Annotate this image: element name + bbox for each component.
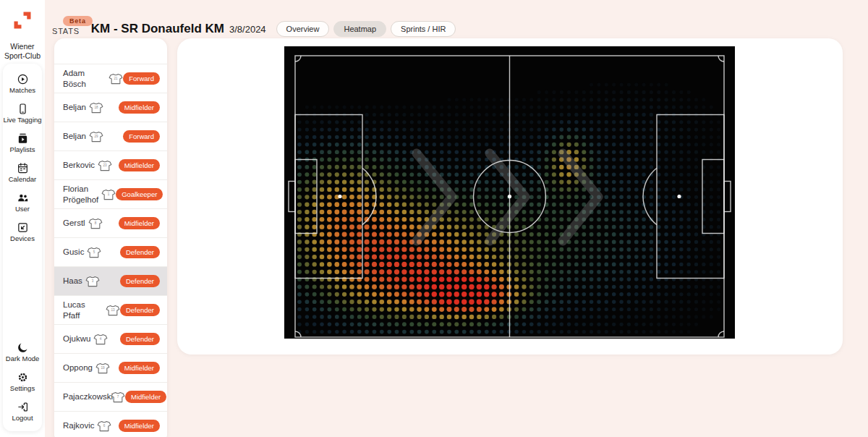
position-badge: Midfielder [119,217,160,229]
club-logo-icon [9,7,35,33]
sidebar-item-matches[interactable]: Matches [3,69,42,99]
sidebar-item-dark-mode[interactable]: Dark Mode [3,338,42,368]
player-row-adam-bösch[interactable]: Adam Bösch21Forward [54,64,167,93]
player-row-gerstl[interactable]: Gerstl8Midfielder [54,209,167,238]
svg-text:29: 29 [94,134,98,137]
shirt-icon: 29 [89,131,103,143]
player-row-lucas-pfaff[interactable]: Lucas Pfaff13Defender [54,296,167,325]
svg-text:21: 21 [114,76,119,80]
sidebar-item-label: Matches [9,87,35,95]
position-badge: Defender [120,333,160,345]
player-name: Beljan [63,131,86,141]
player-name: Florian Prögelhof [63,184,98,205]
logout-icon [17,401,29,413]
shirt-icon: 19 [95,362,110,374]
player-row-pajaczkowski[interactable]: Pajaczkowski7Midfielder [54,383,167,412]
player-name: Ojukwu [63,334,90,344]
player-name: Adam Bösch [63,68,106,89]
player-row-oppong[interactable]: Oppong19Midfielder [54,354,167,383]
match-date: 3/8/2024 [229,24,266,35]
shirt-icon: 8 [88,218,103,229]
sidebar-item-settings[interactable]: Settings [3,368,42,397]
sidebar-footer-items: Dark ModeSettingsLogout [3,338,42,427]
position-badge: Midfielder [119,420,160,432]
position-badge: Defender [120,304,160,316]
player-name: Rajkovic [63,420,94,430]
svg-text:23: 23 [103,163,108,166]
heatmap-panel [177,38,843,355]
player-row-rajkovic[interactable]: Rajkovic6Midfielder [54,412,167,437]
svg-text:18: 18 [94,105,98,109]
position-badge: Midfielder [119,362,160,374]
player-row-ojukwu[interactable]: Ojukwu4Defender [54,325,167,354]
player-name: Gerstl [63,218,85,228]
svg-text:13: 13 [111,307,115,311]
position-badge: Forward [123,72,160,85]
sidebar-item-live-tagging[interactable]: Live Tagging [3,99,42,129]
player-name: Beljan [63,102,86,112]
player-row-beljan[interactable]: Beljan29Forward [54,122,167,151]
player-row-beljan[interactable]: Beljan18Midfielder [54,93,167,122]
left-sidebar: Wiener Sport-Club MatchesLive TaggingPla… [0,0,45,437]
player-row-haas[interactable]: Haas3Defender [54,267,167,296]
calendar-icon [17,162,29,174]
player-row-gusic[interactable]: Gusic5Defender [54,238,167,267]
stats-wordmark: STATS Beta [52,22,80,35]
stats-label: STATS [52,27,80,35]
shirt-icon: 7 [111,391,125,403]
header: STATS Beta KM - SR Donaufeld KM 3/8/2024… [52,19,456,39]
view-tabs: OverviewHeatmapSprints / HIR [276,21,456,37]
tab-heatmap[interactable]: Heatmap [333,21,386,37]
position-badge: Midfielder [119,101,160,114]
shirt-icon: 1 [101,189,116,200]
playlist-icon [17,132,29,145]
sidebar-item-label: Live Tagging [3,116,41,124]
page-title: KM - SR Donaufeld KM [91,22,224,36]
sidebar-nav: MatchesLive TaggingPlaylistsCalendarUser… [3,64,42,431]
gear-icon [17,371,29,383]
sidebar-item-logout[interactable]: Logout [3,397,42,427]
player-rows: Adam Bösch21ForwardBeljan18MidfielderBel… [54,64,167,437]
sidebar-item-label: Dark Mode [6,355,39,363]
sidebar-item-label: Settings [10,385,35,393]
phone-icon [17,103,29,115]
sidebar-item-devices[interactable]: Devices [3,218,42,247]
sidebar-item-label: Logout [12,415,33,423]
soccer-field-heatmap [284,46,735,339]
sidebar-item-label: User [15,205,30,213]
tab-sprints-hir[interactable]: Sprints / HIR [391,21,456,37]
shirt-icon: 13 [106,305,120,316]
tab-overview[interactable]: Overview [276,21,330,37]
moon-icon [17,341,29,354]
svg-text:19: 19 [101,365,105,369]
player-row-berkovic[interactable]: Berkovic23Midfielder [54,151,167,180]
position-badge: Midfielder [125,391,166,403]
shirt-icon: 23 [98,160,112,171]
player-name: Gusic [63,247,84,257]
sidebar-item-calendar[interactable]: Calendar [3,158,42,188]
player-name: Oppong [63,362,93,373]
player-list-header [54,38,167,64]
play-circle-icon [17,73,29,85]
position-badge: Defender [120,246,160,258]
player-row-florian-prögelhof[interactable]: Florian Prögelhof1Goalkeeper [54,180,167,209]
heatmap-svg [284,46,735,339]
shirt-icon: 3 [85,276,100,287]
club-name: Wiener Sport-Club [1,42,43,61]
beta-badge: Beta [63,16,93,26]
shirt-icon: 21 [109,73,123,85]
sidebar-spacer [3,247,42,339]
shirt-icon: 6 [97,420,111,432]
sidebar-item-user[interactable]: User [3,188,42,218]
player-name: Lucas Pfaff [63,300,103,321]
users-icon [17,192,29,204]
sidebar-item-label: Devices [10,235,35,243]
position-badge: Defender [120,275,160,287]
position-badge: Goalkeeper [116,188,163,200]
sidebar-item-label: Calendar [9,176,37,184]
sidebar-item-playlists[interactable]: Playlists [3,129,42,158]
sidebar-main-items: MatchesLive TaggingPlaylistsCalendarUser… [3,69,42,247]
player-name: Berkovic [63,160,95,170]
shirt-icon: 4 [93,334,108,345]
position-badge: Midfielder [119,159,160,171]
